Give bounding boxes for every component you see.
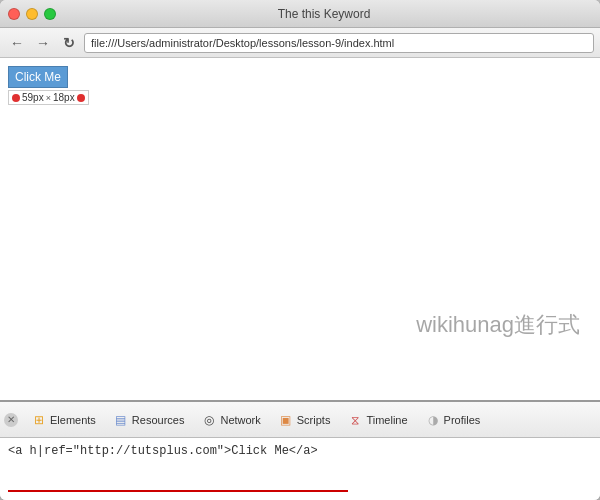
timeline-icon: ⧖ [348,413,362,427]
red-dot-left [12,94,20,102]
resources-tab-label: Resources [132,414,185,426]
source-underline [8,490,348,492]
source-code-line: <a h|ref="http://tutsplus.com">Click Me<… [8,444,318,458]
devtools-tab-elements[interactable]: ⊞ Elements [24,409,104,431]
devtools-tab-network[interactable]: ◎ Network [194,409,268,431]
scripts-icon: ▣ [279,413,293,427]
devtools-tab-timeline[interactable]: ⧖ Timeline [340,409,415,431]
title-bar: The this Keyword [0,0,600,28]
devtools-tab-scripts[interactable]: ▣ Scripts [271,409,339,431]
elements-tab-label: Elements [50,414,96,426]
element-overlay: Click Me 59px × 18px [8,66,89,105]
element-size-label: 59px × 18px [8,90,89,105]
back-button[interactable]: ← [6,32,28,54]
network-tab-label: Network [220,414,260,426]
devtools-tab-resources[interactable]: ▤ Resources [106,409,193,431]
watermark: wikihunag進行式 [416,310,580,340]
devtools-panel: ✕ ⊞ Elements ▤ Resources ◎ Network ▣ Scr… [0,400,600,500]
click-me-button[interactable]: Click Me [8,66,68,88]
profiles-icon: ◑ [426,413,440,427]
close-button[interactable] [8,8,20,20]
devtools-tab-profiles[interactable]: ◑ Profiles [418,409,489,431]
timeline-tab-label: Timeline [366,414,407,426]
address-bar[interactable]: file:///Users/administrator/Desktop/less… [84,33,594,53]
element-height: 18px [53,92,75,103]
resources-icon: ▤ [114,413,128,427]
elements-icon: ⊞ [32,413,46,427]
nav-bar: ← → ↻ file:///Users/administrator/Deskto… [0,28,600,58]
network-icon: ◎ [202,413,216,427]
devtools-toolbar: ✕ ⊞ Elements ▤ Resources ◎ Network ▣ Scr… [0,402,600,438]
forward-button[interactable]: → [32,32,54,54]
scripts-tab-label: Scripts [297,414,331,426]
page-content: Click Me 59px × 18px wikihunag進行式 [0,58,600,400]
element-width: 59px [22,92,44,103]
browser-window: The this Keyword ← → ↻ file:///Users/adm… [0,0,600,500]
reload-button[interactable]: ↻ [58,32,80,54]
devtools-source: <a h|ref="http://tutsplus.com">Click Me<… [0,438,600,500]
minimize-button[interactable] [26,8,38,20]
maximize-button[interactable] [44,8,56,20]
traffic-lights [8,8,56,20]
profiles-tab-label: Profiles [444,414,481,426]
red-dot-right [77,94,85,102]
address-text: file:///Users/administrator/Desktop/less… [91,37,394,49]
window-title: The this Keyword [56,7,592,21]
devtools-close-button[interactable]: ✕ [4,413,18,427]
x-symbol: × [46,93,51,103]
